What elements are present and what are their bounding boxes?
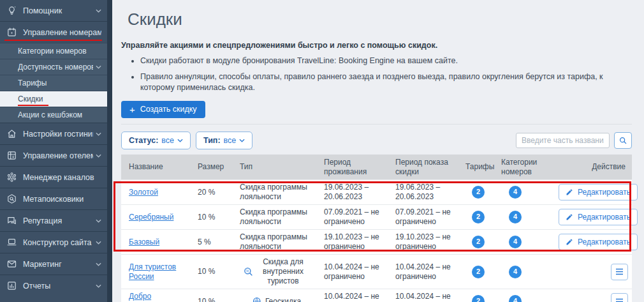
col-header-stay-period: Период проживания [319, 155, 390, 180]
sidebar-item-label: Тарифы [18, 79, 101, 87]
sidebar-item-marketing[interactable]: Маркетинг [0, 253, 107, 275]
chat-icon [6, 215, 17, 227]
laptop-icon [6, 237, 17, 248]
sidebar-item-label: Настройки гостиницы [23, 130, 93, 139]
tariffs-count-badge[interactable]: 2 [472, 295, 485, 302]
discount-name-link[interactable]: Серебряный [129, 213, 173, 222]
sidebar-item-channel-manager[interactable]: Менеджер каналов [0, 166, 107, 188]
categories-count-badge[interactable]: 4 [509, 186, 522, 199]
row-menu-button[interactable] [611, 293, 628, 302]
sidebar-item-label: Отчеты [23, 282, 93, 291]
sidebar-item-cashback-promos[interactable]: Акции с кешбэком [0, 107, 107, 123]
tariffs-count-badge[interactable]: 2 [472, 236, 485, 248]
note-item: Скидки работают в модуле бронирования Tr… [140, 56, 632, 66]
edit-button[interactable]: Редактировать [559, 234, 638, 250]
red-annotation-underline [4, 40, 102, 42]
search-input[interactable] [516, 133, 610, 148]
intro-text: Управляйте акциями и спецпредложениями б… [121, 41, 632, 50]
type-filter-value: все [224, 136, 237, 145]
table-row: Добро пожаловать 10 % Геоскидка 10.04.20… [121, 289, 632, 302]
tariffs-count-badge[interactable]: 2 [472, 211, 485, 223]
sidebar-item-hotel-settings[interactable]: Настройки гостиницы [0, 123, 107, 144]
metasearch-icon [6, 193, 17, 205]
home-icon [6, 128, 17, 140]
envelope-icon [6, 259, 17, 270]
discount-size: 5 % [193, 230, 235, 255]
red-annotation-underline [18, 105, 48, 107]
network-icon [6, 172, 17, 183]
chevron-down-icon [96, 284, 101, 288]
discount-type: Скидка программы лояльности [235, 230, 319, 255]
categories-count-badge[interactable]: 4 [509, 295, 522, 302]
edit-button[interactable]: Редактировать [559, 209, 638, 225]
discount-name-link[interactable]: Золотой [129, 188, 158, 197]
discount-name-link[interactable]: Добро пожаловать [129, 292, 171, 302]
sidebar-item-reputation[interactable]: Репутация [0, 209, 107, 231]
tariffs-count-badge[interactable]: 2 [472, 186, 485, 199]
show-period: 07.09.2021 – не ограничено [390, 205, 460, 230]
search-button[interactable] [614, 132, 632, 149]
chevron-down-icon [96, 241, 101, 245]
sidebar-item-room-availability[interactable]: Доступность номеров [0, 59, 107, 75]
edit-button[interactable]: Редактировать [559, 184, 638, 200]
sidebar-item-label: Помощник [23, 6, 93, 15]
status-filter-button[interactable]: Статус: все [121, 132, 191, 149]
status-filter-label: Статус: [129, 136, 158, 145]
sidebar-item-site-builder[interactable]: Конструктор сайта [0, 231, 107, 253]
sidebar-item-hotel-management[interactable]: Управление отелем [0, 144, 107, 166]
type-filter-button[interactable]: Тип: все [196, 132, 252, 149]
chevron-down-icon [96, 132, 101, 136]
row-menu-button[interactable] [611, 264, 628, 280]
pencil-icon [566, 213, 573, 221]
sidebar-item-label: Скидки [18, 94, 101, 103]
discount-name-link[interactable]: Для туристов России [129, 262, 176, 281]
sidebar-item-label: Акции с кешбэком [18, 110, 101, 119]
sidebar-item-room-categories[interactable]: Категории номеров [0, 43, 107, 59]
create-discount-label: Создать скидку [140, 105, 197, 114]
sidebar-item-metasearch[interactable]: Метапоисковики [0, 188, 107, 209]
categories-count-badge[interactable]: 4 [509, 211, 522, 223]
sidebar-item-reports[interactable]: Отчеты [0, 275, 107, 296]
stay-period: 19.06.2023 – 20.06.2023 [319, 180, 390, 205]
sidebar-item-tariffs[interactable]: Тарифы [0, 75, 107, 91]
chevron-down-icon [239, 139, 245, 142]
status-filter-value: все [161, 136, 174, 145]
hamburger-menu-icon [615, 268, 624, 275]
tariffs-count-badge[interactable]: 2 [472, 266, 485, 278]
table-row: Для туристов России 10 % Скидка для внут… [121, 255, 632, 289]
hamburger-menu-icon [615, 298, 624, 302]
col-header-categories: Категории номеров [496, 155, 553, 180]
sidebar-item-assistant[interactable]: Помощник [0, 0, 107, 21]
pencil-icon [566, 238, 573, 246]
chevron-down-icon [177, 139, 183, 142]
show-period: 10.04.2024 – не ограничено [390, 255, 460, 289]
geo-discount-icon [252, 297, 262, 302]
page-title: Скидки [128, 10, 632, 29]
discount-type: Скидка программы лояльности [235, 205, 319, 230]
discount-size: 10 % [193, 205, 235, 230]
create-discount-button[interactable]: + Создать скидку [121, 101, 205, 118]
table-row: Базовый 5 % Скидка программы лояльности … [121, 230, 632, 255]
discount-type: Геоскидка [265, 297, 301, 302]
domestic-tourist-discount-icon [244, 267, 253, 276]
sidebar-item-label: Управление номерами [23, 28, 101, 37]
sidebar-item-room-management[interactable]: Управление номерами [0, 21, 107, 43]
discount-name-link[interactable]: Базовый [129, 238, 159, 246]
sidebar-item-discounts[interactable]: Скидки [0, 91, 107, 107]
col-header-tariffs: Тарифы [460, 155, 496, 180]
edit-button-label: Редактировать [578, 213, 631, 222]
lightbulb-icon [6, 5, 17, 17]
categories-count-badge[interactable]: 4 [509, 266, 522, 278]
sidebar-item-label: Репутация [23, 216, 93, 225]
section-divider [121, 124, 632, 125]
discount-size: 10 % [193, 289, 235, 302]
search-icon [618, 136, 627, 145]
sidebar-item-label: Маркетинг [23, 260, 93, 269]
categories-count-badge[interactable]: 4 [509, 236, 522, 248]
sidebar-scrollbar[interactable] [107, 0, 112, 302]
stay-period: 10.04.2024 – не ограничено [319, 255, 390, 289]
show-period: 10.04.2024 – не ограничено [390, 289, 460, 302]
chevron-down-icon [96, 219, 101, 223]
plus-icon: + [129, 105, 135, 114]
discount-type: Скидка программы лояльности [235, 180, 319, 205]
